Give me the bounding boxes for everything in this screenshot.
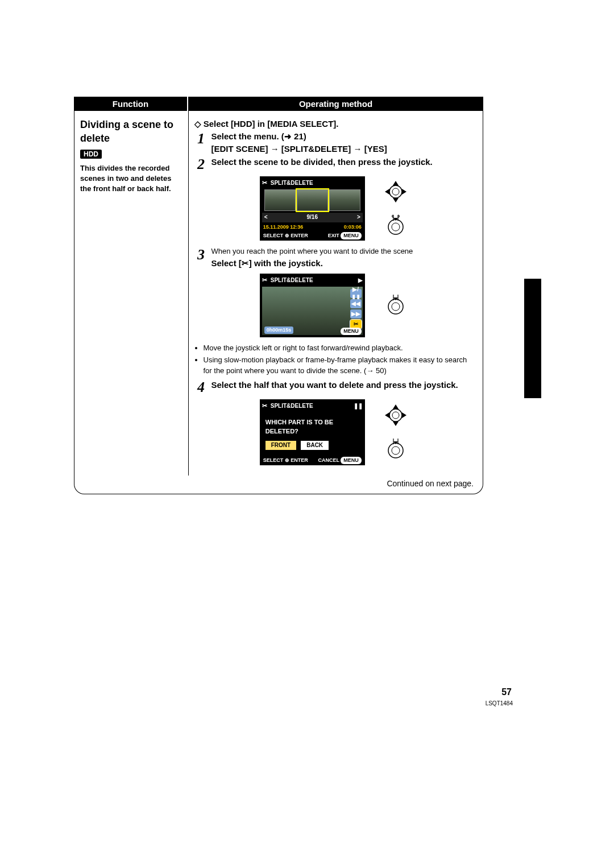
ms1-select: SELECT	[263, 233, 284, 238]
nav-right: >	[357, 213, 360, 222]
ms3-select: SELECT	[263, 457, 284, 463]
ms3-cancel: CANCEL	[318, 457, 339, 463]
step-number-2: 2	[194, 156, 208, 172]
hdd-badge: HDD	[80, 150, 102, 159]
step3-text-a: When you reach the point where you want …	[211, 246, 478, 257]
step1-text-b: [EDIT SCENE] → [SPLIT&DELETE] → [YES]	[211, 143, 478, 155]
play-pause-icon: ▶/❚❚	[350, 289, 362, 298]
side-tab	[524, 279, 541, 398]
ms2-play: ▶	[358, 276, 363, 285]
continued-text: Continued on next page.	[74, 476, 483, 494]
screenshot-thumbnails: ✂ SPLIT&DELETE < 9/16	[260, 176, 365, 241]
scissors-icon-2: ✂	[262, 276, 267, 285]
ms1-duration: 0:03:06	[344, 224, 362, 231]
ffwd-icon: ▶▶	[350, 309, 362, 319]
nav-count: 9/16	[307, 213, 318, 222]
scissors-icon: ✂	[262, 179, 267, 188]
timecode: 0h00m15s	[264, 326, 294, 334]
header-operating-method: Operating method	[188, 97, 483, 111]
scissors-icon-inline: ✂	[242, 258, 249, 268]
joystick-dpad-icon	[380, 177, 412, 206]
note-2: Using slow-motion playback or frame-by-f…	[204, 355, 478, 377]
ms1-enter: ENTER	[291, 233, 308, 238]
ms2-menu: MENU	[341, 328, 362, 335]
diamond-icon: ◇	[194, 119, 201, 129]
step-number-3: 3	[194, 246, 208, 262]
nav-left: <	[264, 213, 268, 222]
back-button: BACK	[301, 441, 329, 450]
svg-point-5	[392, 303, 400, 311]
step3-text-before: Select [	[211, 258, 242, 268]
ms1-date: 15.11.2009 12:36	[263, 224, 304, 231]
svg-point-3	[392, 223, 400, 231]
ms3-enter: ENTER	[291, 457, 308, 463]
ms3-question: WHICH PART IS TO BE DELETED?	[265, 418, 359, 436]
screenshot-choose-delete: ✂ SPLIT&DELETE ❚❚ WHICH PART IS TO BE DE…	[260, 399, 365, 465]
screenshot-playback: ✂ SPLIT&DELETE ▶ ▶/❚❚ ◀◀ ▶▶ ✂	[260, 274, 365, 337]
ms1-exit: EXIT	[328, 233, 339, 238]
step-number-4: 4	[194, 379, 208, 395]
rewind-icon: ◀◀	[350, 299, 362, 308]
function-title: Dividing a scene to delete	[80, 118, 182, 146]
joystick-press-icon-2	[380, 291, 412, 320]
step3-text-after: ] with the joystick.	[249, 258, 323, 268]
step1-ref: 21)	[292, 131, 306, 141]
arrow-right-icon: ➜	[284, 131, 292, 141]
page-number: 57	[501, 687, 512, 697]
ms3-pause: ❚❚	[354, 402, 363, 411]
ms2-title: SPLIT&DELETE	[271, 276, 313, 285]
header-function: Function	[74, 97, 188, 111]
joystick-dpad-icon-2	[380, 401, 412, 429]
svg-point-6	[389, 409, 402, 421]
function-description: This divides the recorded scenes in two …	[80, 163, 182, 195]
thumb-2-selected	[297, 189, 328, 211]
ms3-title: SPLIT&DELETE	[271, 402, 313, 411]
front-button: FRONT	[265, 441, 296, 450]
joystick-press-icon	[380, 212, 412, 240]
joystick-press-icon-3	[380, 435, 412, 464]
step-number-1: 1	[194, 130, 208, 146]
ms3-menu: MENU	[341, 457, 362, 464]
document-id: LSQT1484	[486, 700, 513, 706]
ms1-title: SPLIT&DELETE	[271, 179, 313, 188]
thumb-3	[329, 189, 360, 211]
svg-point-1	[392, 188, 399, 195]
svg-point-7	[392, 412, 399, 419]
thumb-1	[264, 189, 296, 211]
svg-point-0	[389, 185, 402, 198]
svg-point-9	[392, 447, 400, 454]
step2-text: Select the scene to be divided, then pre…	[211, 156, 478, 168]
ms1-menu: MENU	[341, 232, 362, 239]
note-1: Move the joystick left or right to fast …	[204, 343, 478, 354]
step1-text-a: Select the menu. (	[211, 131, 284, 141]
step4-text: Select the half that you want to delete …	[211, 379, 478, 391]
scissors-icon-3: ✂	[262, 402, 267, 411]
select-hdd-line: ◇ Select [HDD] in [MEDIA SELECT].	[194, 118, 478, 130]
